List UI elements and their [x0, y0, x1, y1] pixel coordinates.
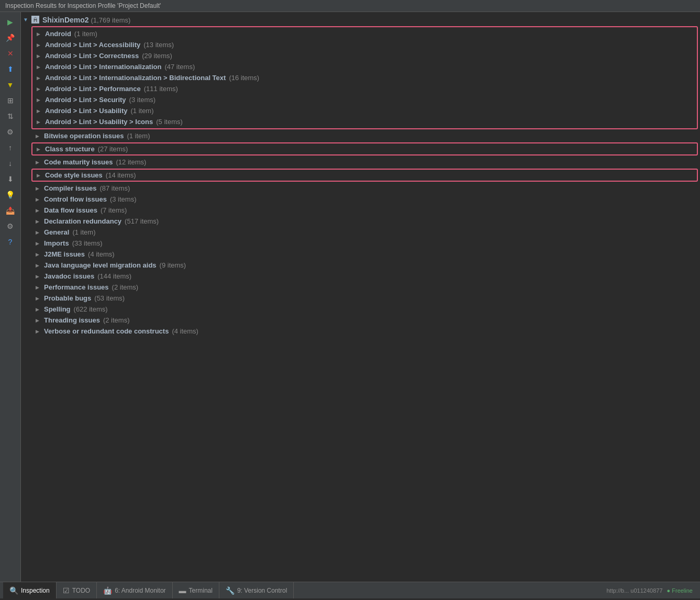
- group-button[interactable]: ⊞: [4, 94, 17, 107]
- list-item[interactable]: ▶ Class structure (27 items): [32, 143, 697, 154]
- arrow-icon: ▶: [36, 230, 41, 235]
- list-item[interactable]: ▶ Android > Lint > Accessibility (13 ite…: [32, 39, 697, 50]
- list-item[interactable]: ▶ Compiler issues (87 items): [31, 183, 698, 194]
- list-item[interactable]: ▶ Verbose or redundant code constructs (…: [31, 326, 698, 337]
- settings-button[interactable]: ⚙: [4, 125, 17, 139]
- list-item[interactable]: ▶ Declaration redundancy (517 items): [31, 216, 698, 227]
- arrow-icon: ▶: [36, 274, 41, 279]
- inspection-tree: ▼ 🅰 ShixinDemo2 (1,769 items) ▶ Android …: [21, 12, 700, 582]
- root-label: ShixinDemo2 (1,769 items): [42, 16, 130, 24]
- todo-icon: ☑: [63, 586, 70, 595]
- toolbar-left: ▶ 📌 ✕ ⬆ ▼ ⊞ ⇅ ⚙ ↑ ↓ ⬇ 💡 📤 ⚙ ?: [0, 12, 21, 582]
- list-item[interactable]: ▶ Imports (33 items): [31, 238, 698, 249]
- arrow-icon: ▶: [37, 75, 42, 81]
- list-item[interactable]: ▶ Control flow issues (3 items): [31, 194, 698, 205]
- terminal-icon: ▬: [179, 586, 186, 595]
- list-item[interactable]: ▶ Code style issues (14 items): [32, 170, 697, 181]
- tab-android-monitor[interactable]: 🤖 6: Android Monitor: [97, 582, 172, 598]
- arrow-icon: ▶: [36, 134, 41, 139]
- list-item[interactable]: ▶ Java language level migration aids (9 …: [31, 260, 698, 271]
- arrow-icon: ▶: [36, 263, 41, 268]
- arrow-icon: ▶: [37, 147, 42, 152]
- arrow-icon: ▶: [37, 64, 42, 70]
- list-item[interactable]: ▶ Performance issues (2 items): [31, 282, 698, 293]
- help-button[interactable]: ?: [4, 235, 17, 249]
- arrow-icon: ▶: [37, 31, 42, 37]
- list-item[interactable]: ▶ Android > Lint > Usability > Icons (5 …: [32, 116, 697, 127]
- arrow-icon: ▶: [37, 108, 42, 114]
- tab-terminal-label: Terminal: [189, 587, 213, 594]
- list-item[interactable]: ▶ Android > Lint > Usability (1 item): [32, 105, 697, 116]
- close-button[interactable]: ✕: [4, 47, 17, 60]
- arrow-icon: ▶: [37, 42, 42, 48]
- export-button[interactable]: 📤: [4, 204, 17, 217]
- root-project-icon: 🅰: [31, 15, 39, 24]
- bottom-items-list: ▶ Compiler issues (87 items) ▶ Control f…: [21, 183, 700, 337]
- tab-todo-label: TODO: [72, 587, 90, 594]
- tab-version-control[interactable]: 🔧 9: Version Control: [219, 582, 294, 598]
- freeline-label: ● Freeline: [667, 587, 693, 594]
- status-right-info: http://b... u011240877 ● Freeline: [603, 587, 697, 594]
- list-item[interactable]: ▶ Bitwise operation issues (1 item): [31, 130, 698, 141]
- play-button[interactable]: ▶: [4, 15, 17, 29]
- list-item[interactable]: ▶ Probable bugs (53 items): [31, 293, 698, 304]
- list-item[interactable]: ▶ Javadoc issues (144 items): [31, 271, 698, 282]
- list-item[interactable]: ▶ Android > Lint > Internationalization …: [32, 72, 697, 83]
- list-item[interactable]: ▶ Data flow issues (7 items): [31, 205, 698, 216]
- vc-icon: 🔧: [226, 586, 235, 595]
- list-item[interactable]: ▶ Android > Lint > Security (3 items): [32, 94, 697, 105]
- list-item[interactable]: ▶ Code maturity issues (12 items): [31, 157, 698, 168]
- list-item[interactable]: ▶ J2ME issues (4 items): [31, 249, 698, 260]
- tab-inspection[interactable]: 🔍 Inspection: [3, 582, 57, 598]
- bulb-button[interactable]: 💡: [4, 188, 17, 202]
- android-icon: 🤖: [103, 586, 112, 595]
- list-item[interactable]: ▶ Android (1 item): [32, 28, 697, 39]
- arrow-icon: ▶: [36, 318, 41, 323]
- arrow-icon: ▶: [37, 86, 42, 92]
- sort-button[interactable]: ⇅: [4, 109, 17, 123]
- arrow-icon: ▶: [36, 208, 41, 213]
- down-button[interactable]: ↓: [4, 157, 17, 170]
- gear-button[interactable]: ⚙: [4, 219, 17, 233]
- arrow-icon: ▶: [36, 219, 41, 224]
- status-bar: 🔍 Inspection ☑ TODO 🤖 6: Android Monitor…: [0, 582, 700, 598]
- android-group: ▶ Android (1 item) ▶ Android > Lint > Ac…: [31, 26, 698, 129]
- arrow-icon: ▶: [36, 252, 41, 257]
- list-item[interactable]: ▶ Threading issues (2 items): [31, 315, 698, 326]
- tab-todo[interactable]: ☑ TODO: [57, 582, 97, 598]
- tab-inspection-label: Inspection: [21, 587, 50, 594]
- arrow-icon: ▶: [36, 329, 41, 334]
- status-url: http://b... u011240877: [607, 587, 663, 594]
- arrow-icon: ▶: [36, 285, 41, 290]
- arrow-icon: ▶: [37, 53, 42, 59]
- arrow-icon: ▶: [37, 119, 42, 125]
- inspection-icon: 🔍: [9, 586, 18, 595]
- arrow-icon: ▶: [37, 173, 42, 178]
- arrow-icon: ▶: [36, 197, 41, 202]
- arrow-icon: ▶: [36, 296, 41, 301]
- root-arrow-icon: ▼: [23, 17, 28, 23]
- arrow-icon: ▶: [36, 241, 41, 246]
- tab-vc-label: 9: Version Control: [237, 587, 287, 594]
- arrow-icon: ▶: [36, 307, 41, 312]
- title-bar: Inspection Results for Inspection Profil…: [0, 0, 700, 12]
- import-button[interactable]: ⬆: [4, 62, 17, 76]
- list-item[interactable]: ▶ Android > Lint > Performance (111 item…: [32, 83, 697, 94]
- arrow-icon: ▶: [36, 160, 41, 165]
- list-item[interactable]: ▶ Android > Lint > Correctness (29 items…: [32, 50, 697, 61]
- list-item[interactable]: ▶ Spelling (622 items): [31, 304, 698, 315]
- tab-android-label: 6: Android Monitor: [115, 587, 165, 594]
- class-structure-group: ▶ Class structure (27 items): [31, 142, 698, 155]
- tab-terminal[interactable]: ▬ Terminal: [173, 582, 219, 598]
- download-button[interactable]: ⬇: [4, 172, 17, 186]
- pin-button[interactable]: 📌: [4, 31, 17, 45]
- filter-button[interactable]: ▼: [4, 78, 17, 92]
- tree-root[interactable]: ▼ 🅰 ShixinDemo2 (1,769 items): [21, 14, 700, 25]
- arrow-icon: ▶: [37, 97, 42, 103]
- list-item[interactable]: ▶ Android > Lint > Internationalization …: [32, 61, 697, 72]
- code-style-group: ▶ Code style issues (14 items): [31, 169, 698, 182]
- list-item[interactable]: ▶ General (1 item): [31, 227, 698, 238]
- title-text: Inspection Results for Inspection Profil…: [5, 2, 161, 9]
- up-button[interactable]: ↑: [4, 141, 17, 154]
- arrow-icon: ▶: [36, 186, 41, 191]
